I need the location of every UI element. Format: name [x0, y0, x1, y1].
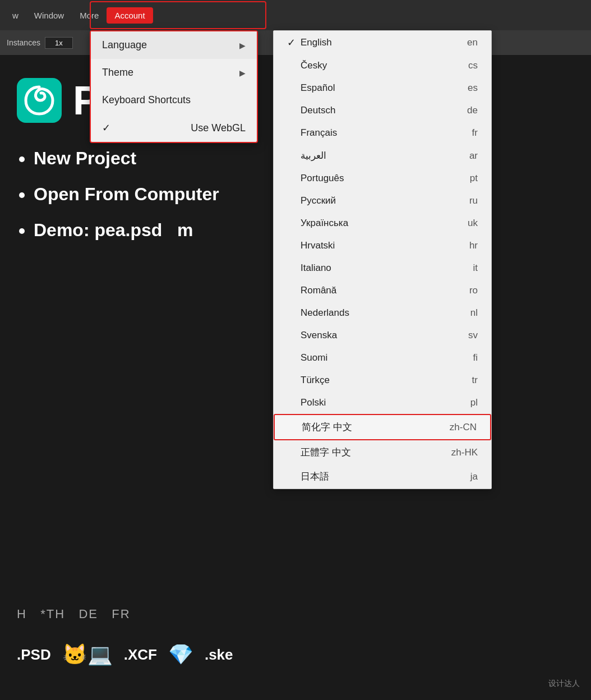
lang-finnish-code: fi [450, 352, 478, 363]
lang-romanian[interactable]: Română ro [274, 279, 491, 302]
lang-swedish-name: Svenska [301, 330, 450, 341]
keyboard-shortcuts-label: Keyboard Shortcuts [102, 94, 191, 106]
lang-espanol-name: Español [301, 82, 450, 94]
menu-more-keyboard-shortcuts[interactable]: Keyboard Shortcuts [91, 86, 257, 114]
lang-deutsch-name: Deutsch [301, 105, 450, 116]
lang-russian-name: Русский [301, 195, 450, 206]
lang-polish-name: Polski [301, 397, 450, 408]
lang-polish-code: pl [450, 397, 478, 408]
watermark: 设计达人 [548, 679, 580, 689]
app-links-list: New Project Open From Computer Demo: pea… [17, 140, 219, 248]
lang-arabic-code: ar [450, 150, 478, 162]
theme-arrow-icon: ▶ [239, 68, 246, 77]
lang-croatian[interactable]: Hrvatski hr [274, 234, 491, 257]
lang-croatian-name: Hrvatski [301, 240, 450, 251]
lang-japanese-name: 日本語 [301, 470, 450, 483]
lang-english-check: ✓ [287, 36, 301, 49]
lang-italian-name: Italiano [301, 262, 450, 274]
lang-english-code: en [450, 37, 478, 48]
lang-turkish[interactable]: Türkçe tr [274, 369, 491, 392]
lang-italian[interactable]: Italiano it [274, 257, 491, 279]
lang-romanian-name: Română [301, 285, 450, 296]
lang-ukrainian-name: Українська [301, 218, 450, 229]
lang-swedish-code: sv [450, 330, 478, 341]
lang-english-name: English [301, 37, 450, 48]
theme-label: Theme [102, 67, 133, 79]
instances-input[interactable] [45, 37, 73, 49]
lang-francais[interactable]: Français fr [274, 122, 491, 144]
lang-cesky-name: Česky [301, 60, 450, 71]
lang-cesky-code: cs [450, 60, 478, 71]
app-logo [17, 78, 62, 123]
format-sketch: .ske [205, 646, 233, 664]
lang-deutsch-code: de [450, 105, 478, 116]
lang-italian-code: it [450, 262, 478, 274]
lang-dutch-code: nl [450, 307, 478, 319]
lang-francais-name: Français [301, 127, 450, 139]
lang-romanian-code: ro [450, 285, 478, 296]
lang-arabic[interactable]: العربية ar [274, 144, 491, 167]
lang-english[interactable]: ✓ English en [274, 31, 491, 54]
lang-cesky[interactable]: Česky cs [274, 54, 491, 77]
lang-zh-hk-name: 正體字 中文 [301, 446, 450, 459]
lang-arabic-name: العربية [301, 150, 450, 162]
menu-bar: w Window More Account [0, 0, 591, 30]
lang-japanese-code: ja [450, 471, 478, 482]
lang-espanol-code: es [450, 82, 478, 94]
menu-item-w[interactable]: w [4, 7, 26, 24]
link-new-project[interactable]: New Project [34, 140, 219, 176]
lang-turkish-name: Türkçe [301, 375, 450, 386]
link-demo[interactable]: Demo: pea.psd m [34, 212, 219, 248]
lang-simplified-chinese[interactable]: 简化字 中文 zh-CN [274, 414, 491, 440]
lang-polish[interactable]: Polski pl [274, 392, 491, 414]
lang-dutch[interactable]: Nederlands nl [274, 302, 491, 324]
lang-espanol[interactable]: Español es [274, 77, 491, 99]
lang-finnish-name: Suomi [301, 352, 450, 363]
lang-ukrainian-code: uk [450, 218, 478, 229]
lang-finnish[interactable]: Suomi fi [274, 347, 491, 369]
menu-item-window[interactable]: Window [26, 7, 72, 24]
lang-croatian-code: hr [450, 240, 478, 251]
language-label: Language [102, 39, 147, 51]
lang-portuguese[interactable]: Português pt [274, 167, 491, 190]
lang-turkish-code: tr [450, 375, 478, 386]
format-xcf: .XCF [124, 646, 157, 664]
use-webgl-label: Use WebGL [191, 122, 246, 134]
lang-francais-code: fr [450, 127, 478, 139]
logo-svg [21, 82, 57, 118]
link-open-computer[interactable]: Open From Computer [34, 176, 219, 212]
lang-dutch-name: Nederlands [301, 307, 450, 319]
instances-label: Instances [7, 38, 40, 47]
language-arrow-icon: ▶ [239, 41, 246, 50]
lang-russian[interactable]: Русский ru [274, 190, 491, 212]
menu-more-use-webgl[interactable]: ✓ Use WebGL [91, 114, 257, 142]
lang-zh-cn-name: 简化字 中文 [302, 421, 449, 434]
lang-ukrainian[interactable]: Українська uk [274, 212, 491, 234]
menu-item-more[interactable]: More [72, 7, 107, 24]
lang-deutsch[interactable]: Deutsch de [274, 99, 491, 122]
lang-traditional-chinese[interactable]: 正體字 中文 zh-HK [274, 440, 491, 464]
lang-zh-cn-code: zh-CN [449, 422, 477, 433]
dropdown-more: Language ▶ Theme ▶ Keyboard Shortcuts ✓ … [90, 30, 258, 143]
menu-item-account[interactable]: Account [107, 7, 153, 24]
lang-japanese[interactable]: 日本語 ja [274, 464, 491, 489]
lang-russian-code: ru [450, 195, 478, 206]
webgl-check-icon: ✓ [102, 122, 110, 134]
dropdown-language: ✓ English en Česky cs Español es Deutsch… [273, 30, 492, 489]
menu-more-language[interactable]: Language ▶ [91, 31, 257, 59]
lang-swedish[interactable]: Svenska sv [274, 324, 491, 347]
format-psd: .PSD [17, 646, 51, 664]
lang-portuguese-code: pt [450, 173, 478, 184]
lang-row: H *TH DE FR [17, 607, 131, 621]
lang-portuguese-name: Português [301, 173, 450, 184]
formats-row: .PSD 🐱‍💻 .XCF 💎 .ske [17, 643, 233, 666]
lang-zh-hk-code: zh-HK [450, 447, 478, 458]
menu-more-theme[interactable]: Theme ▶ [91, 59, 257, 86]
